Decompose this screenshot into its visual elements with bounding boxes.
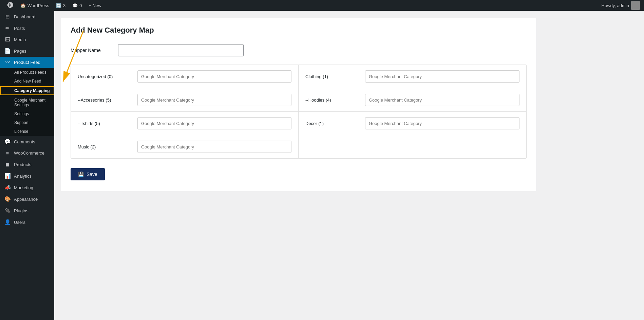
new-button[interactable]: + New [86,0,105,11]
users-icon: 👤 [4,219,11,225]
page-wrap: Add New Category Map Mapper Name Uncateg… [61,18,536,191]
sidebar-item-dashboard[interactable]: ⊟ Dashboard [0,11,54,22]
comments-icon: 💬 [72,3,78,8]
site-name-label: WordPress [27,3,49,8]
updates-button[interactable]: 🔄 3 [53,0,69,11]
sidebar-item-media[interactable]: 🎞 Media [0,34,54,45]
plugins-icon: 🔌 [4,208,11,214]
new-label: + New [89,3,101,8]
category-name-clothing: Clothing (1) [305,74,360,79]
users-label: Users [14,220,25,225]
woocommerce-icon: ≡ [4,150,11,156]
media-label: Media [14,37,26,42]
sidebar-item-pages[interactable]: 📄 Pages [0,45,54,57]
save-icon: 💾 [78,172,84,177]
sidebar-item-marketing[interactable]: 📣 Marketing [0,182,54,193]
product-feed-label: Product Feed [14,60,40,65]
analytics-label: Analytics [14,174,32,179]
category-cell-uncategorized: Uncategorized (0) [71,65,299,88]
submenu-category-mapping[interactable]: Category Mapping [0,86,54,95]
sidebar-item-analytics[interactable]: 📊 Analytics [0,170,54,182]
sidebar-item-comments[interactable]: 💬 Comments [0,136,54,147]
posts-label: Posts [14,26,25,31]
sidebar-item-users[interactable]: 👤 Users [0,216,54,228]
category-name-hoodies: --Hoodies (4) [305,97,360,103]
updates-icon: 🔄 [56,3,61,8]
mapper-name-label: Mapper Name [71,48,111,53]
woocommerce-label: WooCommerce [14,150,44,156]
dashboard-icon: ⊟ [4,14,11,20]
analytics-icon: 📊 [4,173,11,179]
posts-icon: ✏ [4,25,11,31]
sidebar-item-posts[interactable]: ✏ Posts [0,22,54,34]
updates-count: 3 [63,3,65,8]
product-feed-submenu: All Product Feeds Add New Feed Category … [0,68,54,136]
appearance-icon: 🎨 [4,196,11,202]
sidebar-item-plugins[interactable]: 🔌 Plugins [0,205,54,216]
category-grid: Uncategorized (0) Clothing (1) --Accesso… [71,65,527,159]
submenu-settings[interactable]: Settings [0,109,54,118]
product-feed-icon: 〰 [4,59,11,65]
home-icon: 🏠 [20,3,26,8]
save-label: Save [87,172,97,177]
howdy-text: Howdy, admin [602,3,629,8]
category-cell-accessories: --Accessories (5) [71,88,299,112]
category-name-accessories: --Accessories (5) [78,97,132,103]
sidebar-item-appearance[interactable]: 🎨 Appearance [0,193,54,205]
category-cell-hoodies: --Hoodies (4) [299,88,526,112]
submenu-support[interactable]: Support [0,118,54,127]
page-title: Add New Category Map [71,26,527,35]
category-cell-empty [299,135,526,158]
sidebar-item-product-feed[interactable]: 〰 Product Feed [0,57,54,68]
wp-logo-button[interactable]: 🅦 [4,0,17,11]
category-cell-tshirts: --Tshirts (5) [71,112,299,135]
comments-button[interactable]: 💬 0 [69,0,85,11]
products-icon: ◼ [4,161,11,167]
products-label: Products [14,162,31,167]
marketing-label: Marketing [14,185,33,190]
category-input-clothing[interactable] [365,70,519,83]
category-name-music: Music (2) [78,144,132,149]
category-input-tshirts[interactable] [137,117,291,129]
category-name-tshirts: --Tshirts (5) [78,121,132,126]
category-cell-clothing: Clothing (1) [299,65,526,88]
mapper-name-input[interactable] [118,44,244,56]
pages-label: Pages [14,49,26,54]
category-name-decor: Decor (1) [305,121,360,126]
submenu-all-product-feeds[interactable]: All Product Feeds [0,68,54,77]
dashboard-label: Dashboard [14,14,36,19]
sidebar: ⊟ Dashboard ✏ Posts 🎞 Media 📄 Pages 〰 Pr… [0,11,54,320]
site-name-button[interactable]: 🏠 WordPress [17,0,53,11]
comments-count: 0 [79,3,82,8]
category-input-hoodies[interactable] [365,94,519,106]
comments-nav-label: Comments [14,139,35,144]
comments-nav-icon: 💬 [4,139,11,145]
submenu-license[interactable]: License [0,127,54,136]
plugins-label: Plugins [14,208,29,213]
category-cell-music: Music (2) [71,135,299,158]
sidebar-item-woocommerce[interactable]: ≡ WooCommerce [0,147,54,159]
pages-icon: 📄 [4,48,11,54]
marketing-icon: 📣 [4,184,11,191]
main-content-area: Add New Category Map Mapper Name Uncateg… [54,11,644,320]
avatar [631,1,640,10]
category-input-music[interactable] [137,141,291,153]
appearance-label: Appearance [14,197,38,202]
wp-logo-icon: 🅦 [7,2,14,9]
category-cell-decor: Decor (1) [299,112,526,135]
mapper-name-row: Mapper Name [71,44,527,56]
submenu-add-new-feed[interactable]: Add New Feed [0,77,54,86]
save-button[interactable]: 💾 Save [71,168,105,180]
category-input-accessories[interactable] [137,94,291,106]
submenu-google-merchant-settings[interactable]: Google Merchant Settings [0,96,54,109]
category-input-decor[interactable] [365,117,519,129]
admin-bar: 🅦 🏠 WordPress 🔄 3 💬 0 + New Howdy, admin [0,0,644,11]
media-icon: 🎞 [4,37,11,42]
category-input-uncategorized[interactable] [137,70,291,83]
category-name-uncategorized: Uncategorized (0) [78,74,132,79]
sidebar-item-products[interactable]: ◼ Products [0,159,54,170]
